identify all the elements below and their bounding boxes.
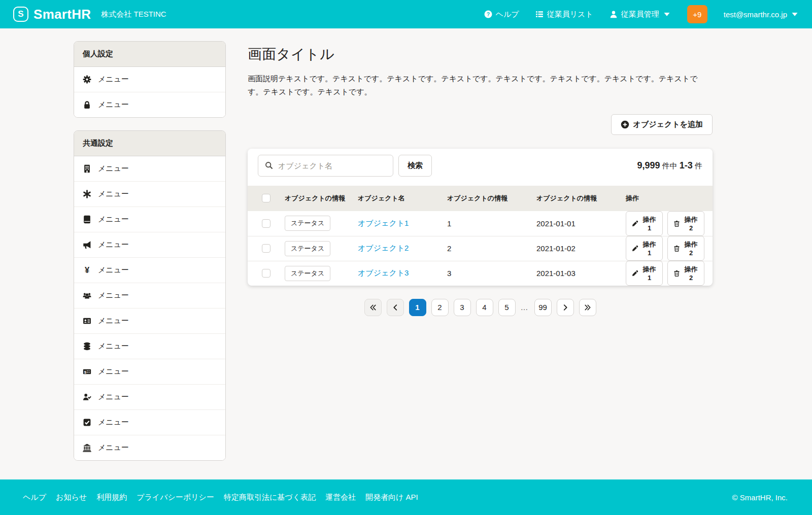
footer-link-privacy[interactable]: プライバシーポリシー <box>137 493 214 502</box>
prev-page-button[interactable] <box>387 299 404 316</box>
search-box <box>258 155 393 177</box>
app-header: S SmartHR 株式会社 TESTINC ヘルプ 従業員リスト 従業員管理 … <box>0 0 812 28</box>
sidebar-item-menu[interactable]: メニュー <box>74 283 225 308</box>
page-button-current[interactable]: 1 <box>409 299 426 316</box>
pencil-icon <box>632 245 638 252</box>
page-button[interactable]: 4 <box>476 299 493 316</box>
sidebar-item-menu[interactable]: メニュー <box>74 257 225 283</box>
object-date: 2021-01-02 <box>536 244 626 253</box>
search-button-label: 検索 <box>408 161 423 170</box>
add-object-label: オブジェクトを追加 <box>633 120 703 129</box>
landmark-icon <box>83 443 91 452</box>
double-chevron-right-icon <box>584 304 591 311</box>
edit-action-button[interactable]: 操作1 <box>626 236 663 261</box>
page-description: 画面説明テキストです。テキストです。テキストです。テキストです。テキストです。テ… <box>248 72 713 99</box>
search-button[interactable]: 検索 <box>398 155 432 177</box>
row-checkbox[interactable] <box>262 244 270 253</box>
sidebar-item-menu[interactable]: メニュー <box>74 207 225 232</box>
status-badge: ステータス <box>285 241 330 256</box>
footer-link-terms[interactable]: 利用規約 <box>96 493 127 502</box>
sidebar-section-common: 共通設定 メニュー メニュー メニュー メニュー メニュー <box>74 130 226 461</box>
sidebar-item-label: メニュー <box>98 265 129 275</box>
sidebar-item-menu[interactable]: メニュー <box>74 181 225 207</box>
column-header: オブジェクトの情報 <box>536 194 626 203</box>
page-button[interactable]: 5 <box>498 299 516 316</box>
sidebar-item-menu[interactable]: メニュー <box>74 359 225 384</box>
nav-employee-list[interactable]: 従業員リスト <box>535 10 593 19</box>
status-badge: ステータス <box>285 216 330 231</box>
page-button[interactable]: 2 <box>431 299 449 316</box>
nav-help[interactable]: ヘルプ <box>484 10 519 19</box>
brand-name: SmartHR <box>33 7 91 22</box>
footer-link-developer-api[interactable]: 開発者向け API <box>365 493 418 502</box>
check-square-icon <box>83 418 91 427</box>
trash-icon <box>673 270 680 277</box>
edit-action-button[interactable]: 操作1 <box>626 261 663 286</box>
sidebar-item-label: メニュー <box>98 341 129 351</box>
pagination: 1 2 3 4 5 … 99 <box>248 299 713 316</box>
sidebar-section-title: 個人設定 <box>74 42 225 67</box>
header-nav: ヘルプ 従業員リスト 従業員管理 +9 test@smarthr.co.jp <box>484 5 799 23</box>
sidebar-item-menu[interactable]: メニュー <box>74 232 225 257</box>
notification-badge[interactable]: +9 <box>687 5 707 23</box>
user-check-icon <box>83 393 91 401</box>
page-button[interactable]: 3 <box>454 299 471 316</box>
row-checkbox[interactable] <box>262 219 270 228</box>
sidebar-item-menu[interactable]: メニュー <box>74 384 225 409</box>
footer-link-help[interactable]: ヘルプ <box>23 493 46 502</box>
last-page-button[interactable] <box>579 299 596 316</box>
sidebar-item-label: メニュー <box>98 189 129 199</box>
nav-employee-admin-dropdown[interactable]: 従業員管理 <box>610 10 671 19</box>
footer-link-commerce-law[interactable]: 特定商取引法に基づく表記 <box>224 493 316 502</box>
account-email: test@smarthr.co.jp <box>724 10 787 19</box>
sidebar-item-menu[interactable]: メニュー <box>74 435 225 460</box>
id-card-icon <box>83 317 91 325</box>
result-count: 9,999 件中 1-3 件 <box>637 160 702 171</box>
first-page-button[interactable] <box>364 299 382 316</box>
trash-icon <box>673 245 680 252</box>
question-circle-icon <box>484 10 492 18</box>
sidebar-item-menu[interactable]: メニュー <box>74 92 225 117</box>
object-info: 1 <box>447 219 536 228</box>
sidebar-item-label: メニュー <box>98 367 129 376</box>
add-object-button[interactable]: オブジェクトを追加 <box>611 114 713 135</box>
pencil-icon <box>632 220 638 227</box>
column-header: オブジェクト名 <box>358 194 447 203</box>
page-button-last[interactable]: 99 <box>534 299 552 316</box>
sidebar-item-menu[interactable]: メニュー <box>74 67 225 92</box>
object-link[interactable]: オブジェクト3 <box>358 268 409 277</box>
brand-logo[interactable]: S SmartHR <box>13 7 91 22</box>
sidebar-item-menu[interactable]: メニュー <box>74 156 225 181</box>
object-link[interactable]: オブジェクト2 <box>358 244 409 252</box>
nav-employee-admin-label: 従業員管理 <box>621 10 659 19</box>
sidebar-item-menu[interactable]: メニュー <box>74 308 225 333</box>
footer-link-company[interactable]: 運営会社 <box>325 493 356 502</box>
sidebar-item-label: メニュー <box>98 100 129 110</box>
database-icon <box>83 342 91 351</box>
bullhorn-icon <box>83 241 91 249</box>
select-all-checkbox[interactable] <box>262 194 270 202</box>
copyright: © SmartHR, Inc. <box>732 493 788 502</box>
delete-action-button[interactable]: 操作2 <box>667 211 704 236</box>
object-info: 2 <box>447 244 536 253</box>
row-checkbox[interactable] <box>262 269 270 278</box>
sidebar-item-label: メニュー <box>98 240 129 250</box>
pencil-icon <box>632 270 638 277</box>
column-header: オブジェクトの情報 <box>285 194 358 203</box>
delete-action-button[interactable]: 操作2 <box>667 236 704 261</box>
search-input[interactable] <box>278 161 386 170</box>
sidebar-section-personal: 個人設定 メニュー メニュー <box>74 41 226 118</box>
sidebar-section-title: 共通設定 <box>74 131 225 156</box>
sidebar-item-menu[interactable]: メニュー <box>74 333 225 359</box>
sidebar-item-menu[interactable]: メニュー <box>74 409 225 435</box>
yen-sign-icon <box>83 266 91 274</box>
edit-action-button[interactable]: 操作1 <box>626 211 663 236</box>
next-page-button[interactable] <box>557 299 574 316</box>
caret-down-icon <box>791 10 799 18</box>
trash-icon <box>673 220 680 227</box>
delete-action-button[interactable]: 操作2 <box>667 261 704 286</box>
account-dropdown[interactable]: test@smarthr.co.jp <box>724 10 799 19</box>
object-link[interactable]: オブジェクト1 <box>358 219 409 227</box>
nav-employee-list-label: 従業員リスト <box>547 10 593 19</box>
footer-link-news[interactable]: お知らせ <box>56 493 87 502</box>
